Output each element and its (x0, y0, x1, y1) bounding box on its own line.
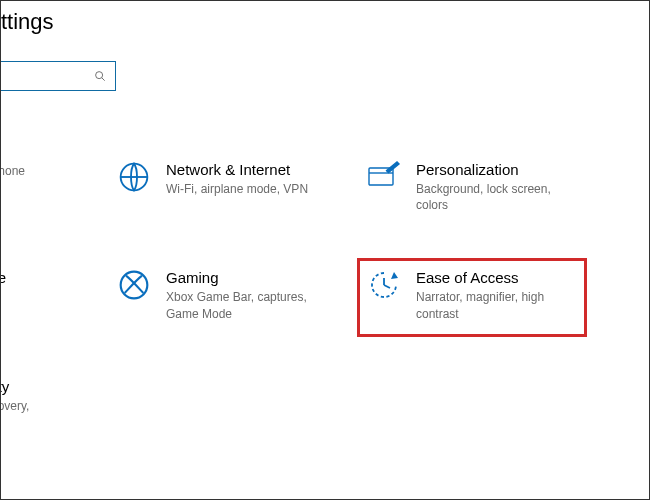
tile-title: age (0, 269, 6, 287)
tile-desc: recovery, (0, 398, 29, 414)
svg-marker-7 (391, 272, 398, 279)
tile-phone[interactable]: , iPhone (0, 161, 101, 213)
svg-point-6 (121, 272, 148, 299)
tile-desc: , iPhone (0, 163, 25, 179)
tile-title: urity (0, 378, 29, 396)
svg-line-1 (102, 78, 105, 81)
search-input[interactable] (0, 69, 93, 84)
svg-line-9 (384, 285, 390, 288)
tile-desc: Background, lock screen, colors (416, 181, 581, 213)
search-icon (93, 69, 107, 83)
tile-title: Network & Internet (166, 161, 308, 179)
tile-gaming[interactable]: Gaming Xbox Game Bar, captures, Game Mod… (116, 269, 366, 321)
tile-ease-of-access[interactable]: Ease of Access Narrator, magnifier, high… (357, 258, 587, 336)
tile-title: Personalization (416, 161, 581, 179)
tile-desc: Xbox Game Bar, captures, Game Mode (166, 289, 331, 321)
ease-of-access-icon (366, 269, 402, 305)
tile-title: Gaming (166, 269, 331, 287)
tile-personalization[interactable]: Personalization Background, lock screen,… (366, 161, 616, 213)
settings-tiles: , iPhone Network & Internet Wi-Fi, airpl… (1, 161, 649, 414)
tile-time-language[interactable]: age ate (0, 269, 101, 321)
svg-point-0 (96, 72, 103, 79)
xbox-icon (116, 269, 152, 305)
tile-title: Ease of Access (416, 269, 576, 287)
page-title: ttings (0, 9, 649, 35)
tile-network-internet[interactable]: Network & Internet Wi-Fi, airplane mode,… (116, 161, 366, 213)
tile-desc: Wi-Fi, airplane mode, VPN (166, 181, 308, 197)
search-box[interactable] (0, 61, 116, 91)
tile-desc: ate (0, 289, 6, 305)
tile-update-security[interactable]: urity recovery, (0, 378, 101, 414)
paintbrush-icon (366, 161, 402, 197)
tile-desc: Narrator, magnifier, high contrast (416, 289, 576, 321)
globe-icon (116, 161, 152, 197)
